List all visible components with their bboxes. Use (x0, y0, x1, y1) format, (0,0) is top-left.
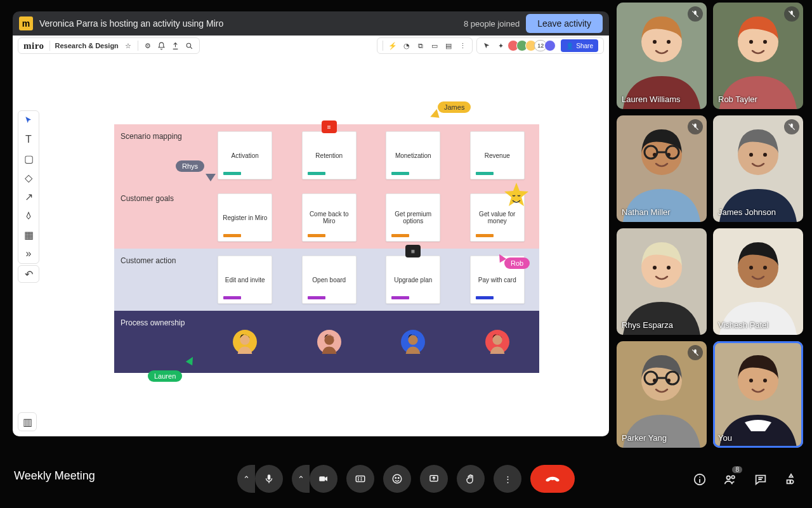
pen-tool-icon[interactable] (23, 210, 34, 221)
presence-avatars[interactable]: 12 (510, 40, 556, 51)
matrix-cell[interactable]: Edit and invite (203, 249, 287, 311)
chat-icon[interactable] (754, 472, 768, 486)
add-frame-icon[interactable]: ⧉ (416, 41, 425, 50)
svg-point-29 (653, 266, 657, 270)
matrix-card[interactable]: Get premium options (386, 193, 440, 242)
video-tile[interactable]: Rob Tayler (713, 3, 803, 109)
arrow-tool-icon[interactable]: ↗ (23, 191, 34, 202)
upload-icon[interactable] (171, 41, 180, 50)
activities-icon[interactable] (784, 472, 798, 486)
bolt-icon[interactable]: ⚡ (388, 41, 397, 50)
comment-chip-icon[interactable]: ≡ (405, 245, 421, 257)
raise-hand-button[interactable] (457, 465, 485, 493)
video-tile[interactable]: Rhys Esparza (617, 228, 707, 335)
comment-icon[interactable]: ▭ (430, 41, 439, 50)
miro-wordmark: miro (23, 41, 44, 51)
matrix-card[interactable]: Upgrade plan≡ (386, 256, 440, 304)
search-icon[interactable] (185, 41, 194, 50)
participant-name: James Johnson (718, 207, 776, 217)
present-button[interactable] (420, 465, 448, 493)
call-controls: ⌃ ⌃ ⋮ (237, 465, 575, 493)
more-icon[interactable]: » (23, 248, 34, 259)
mic-options-button[interactable]: ⌃ (237, 465, 255, 493)
svg-point-44 (763, 379, 767, 382)
svg-point-53 (731, 476, 735, 479)
matrix-cell[interactable]: Retention≡ (287, 124, 372, 186)
matrix-cell[interactable]: Upgrade plan≡ (371, 249, 455, 311)
undo-button[interactable]: ↶ (18, 265, 39, 283)
sticky-tool-icon[interactable]: ▢ (23, 153, 34, 164)
matrix-card[interactable]: Retention≡ (302, 131, 357, 179)
matrix-card[interactable]: Revenue (470, 131, 525, 179)
more-options-button[interactable]: ⋮ (494, 465, 521, 493)
matrix-cell[interactable]: Monetization (371, 124, 455, 186)
miro-logo-icon: m (19, 16, 33, 30)
video-tile[interactable]: Nathan Miller (617, 115, 707, 222)
svg-point-16 (763, 40, 767, 44)
matrix-cell[interactable] (203, 311, 287, 373)
end-call-button[interactable] (530, 465, 575, 493)
shape-tool-icon[interactable]: ◇ (23, 172, 34, 183)
video-tile[interactable]: You (713, 341, 803, 448)
mic-toggle-button[interactable] (255, 465, 283, 493)
meeting-title: Weekly Meeting (14, 469, 95, 483)
emoji-button[interactable] (383, 465, 411, 493)
muted-icon (784, 6, 799, 22)
cursor-label-lauren: Lauren (148, 370, 182, 382)
right-bottom-icons: 8 (693, 472, 798, 486)
settings-gear-icon[interactable]: ⚙ (143, 41, 152, 50)
note-icon[interactable]: ▤ (444, 41, 453, 50)
camera-options-button[interactable]: ⌃ (292, 465, 310, 493)
text-tool-icon[interactable]: T (23, 134, 34, 145)
select-tool-icon[interactable] (23, 115, 34, 126)
owner-avatar (233, 330, 257, 354)
svg-point-2 (240, 335, 250, 345)
video-tile[interactable]: Lauren Williams (617, 3, 707, 109)
reactions-icon[interactable]: ✦ (496, 41, 505, 50)
participant-name: Parker Yang (622, 433, 667, 443)
frame-tool-icon[interactable]: ▦ (23, 229, 34, 240)
matrix-card[interactable]: Edit and invite (218, 256, 272, 304)
info-icon[interactable] (693, 472, 707, 486)
matrix-card[interactable]: Activation (218, 131, 272, 179)
cursor-label-rhys: Rhys (176, 160, 204, 172)
matrix-card[interactable]: Come back to Miro (302, 193, 357, 242)
cursor-icon[interactable] (482, 41, 491, 50)
svg-point-33 (749, 266, 753, 270)
matrix-cell[interactable] (287, 311, 372, 373)
cursor-label-rob: Rob (504, 257, 530, 269)
layers-button[interactable]: ▥ (18, 412, 37, 431)
more-tools-icon[interactable]: ⋮ (458, 41, 467, 50)
video-tile[interactable]: Vishesh Patel (713, 228, 803, 335)
captions-button[interactable] (346, 465, 374, 493)
matrix-cell[interactable]: Register in Miro (203, 186, 287, 249)
matrix-cell[interactable]: Get premium options (371, 186, 455, 249)
video-tile[interactable]: Parker Yang (617, 341, 707, 448)
video-tile[interactable]: James Johnson (713, 115, 803, 222)
miro-top-bar: miro Research & Design ☆ ⚙ ⚡ ◔ ⧉ ▭ ▤ ⋮ ✦ (13, 36, 609, 56)
matrix-row-header: Customer action (114, 249, 203, 311)
matrix-cell[interactable] (371, 311, 455, 373)
star-icon[interactable]: ☆ (124, 41, 133, 50)
miro-right-group: ✦ 12 👤Share (476, 37, 604, 54)
cursor-label-james: James (438, 101, 471, 113)
bell-icon[interactable] (157, 41, 166, 50)
matrix-cell[interactable] (455, 311, 540, 373)
svg-rect-45 (319, 476, 325, 481)
matrix-card[interactable]: Monetization (386, 131, 440, 179)
people-icon[interactable]: 8 (723, 472, 737, 486)
camera-toggle-button[interactable] (310, 465, 337, 493)
board-name-pill[interactable]: miro Research & Design ☆ ⚙ (18, 37, 200, 54)
matrix-card[interactable]: Open board (302, 256, 357, 304)
matrix-cell[interactable]: Come back to Miro (287, 186, 372, 249)
leave-activity-button[interactable]: Leave activity (526, 14, 603, 33)
matrix-cell[interactable]: Open board (287, 249, 372, 311)
share-button[interactable]: 👤Share (561, 39, 598, 52)
miro-workspace: miro Research & Design ☆ ⚙ ⚡ ◔ ⧉ ▭ ▤ ⋮ ✦ (13, 36, 609, 436)
timer-icon[interactable]: ◔ (402, 41, 411, 50)
matrix-cell[interactable]: Revenue (455, 124, 540, 186)
comment-chip-icon[interactable]: ≡ (322, 120, 337, 133)
owner-avatar (485, 330, 509, 354)
banner-host-text: Veronica Parra is hosting an activity us… (39, 18, 223, 29)
matrix-card[interactable]: Register in Miro (218, 193, 272, 242)
